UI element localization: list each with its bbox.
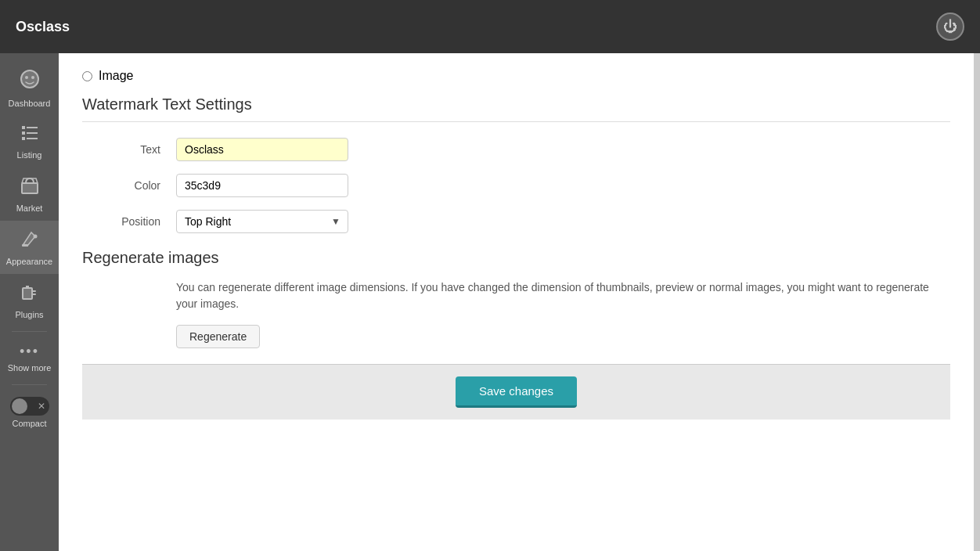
svg-rect-11: [22, 244, 28, 247]
sidebar-divider: [12, 331, 47, 332]
text-form-row: Text: [82, 138, 950, 161]
sidebar-item-compact[interactable]: ✕ Compact: [0, 389, 59, 436]
content-area: Image Watermark Text Settings Text Color…: [59, 53, 974, 551]
svg-rect-3: [22, 126, 25, 129]
color-input[interactable]: [176, 174, 348, 197]
compact-toggle-knob: [12, 398, 27, 414]
compact-label: Compact: [12, 419, 46, 428]
svg-point-1: [25, 76, 28, 79]
sidebar-divider-2: [12, 384, 47, 385]
dashboard-label: Dashboard: [9, 99, 51, 108]
main-layout: Dashboard Listing: [0, 53, 980, 551]
svg-rect-13: [26, 286, 29, 289]
regen-description: You can regenerate different image dimen…: [82, 279, 950, 312]
svg-rect-6: [27, 132, 38, 134]
watermark-section-title: Watermark Text Settings: [82, 95, 950, 122]
svg-point-10: [33, 235, 37, 239]
regen-section: Regenerate images You can regenerate dif…: [82, 249, 950, 348]
appearance-icon: [20, 229, 40, 254]
image-radio-row: Image: [82, 69, 950, 83]
sidebar-item-show-more[interactable]: ••• Show more: [0, 336, 59, 380]
svg-rect-4: [27, 127, 38, 128]
top-bar: Osclass ⏻: [0, 0, 980, 53]
market-label: Market: [16, 203, 43, 213]
position-form-row: Position Top Left Top Right Bottom Left …: [82, 210, 950, 233]
app-title: Osclass: [16, 19, 70, 35]
svg-rect-9: [22, 183, 38, 193]
regenerate-button[interactable]: Regenerate: [176, 325, 260, 348]
compact-toggle-x-icon: ✕: [38, 401, 45, 412]
sidebar-item-dashboard[interactable]: Dashboard: [0, 61, 59, 116]
svg-rect-5: [22, 131, 25, 135]
svg-point-2: [31, 76, 34, 79]
image-radio-label[interactable]: Image: [99, 69, 133, 83]
regen-title: Regenerate images: [82, 249, 950, 267]
text-input[interactable]: [176, 138, 348, 161]
svg-point-0: [21, 70, 38, 88]
show-more-icon: •••: [20, 344, 39, 360]
save-bar: Save changes: [82, 364, 950, 420]
dashboard-icon: [19, 69, 41, 95]
plugins-label: Plugins: [15, 310, 43, 319]
sidebar: Dashboard Listing: [0, 53, 59, 551]
position-select[interactable]: Top Left Top Right Bottom Left Bottom Ri…: [176, 210, 348, 233]
text-label: Text: [82, 143, 176, 156]
svg-rect-15: [32, 294, 36, 295]
appearance-label: Appearance: [6, 257, 52, 266]
market-icon: [20, 175, 40, 200]
svg-rect-14: [32, 290, 36, 292]
listing-label: Listing: [17, 150, 42, 160]
svg-rect-7: [22, 137, 25, 140]
listing-icon: [20, 124, 39, 147]
position-label: Position: [82, 215, 176, 228]
svg-rect-8: [27, 138, 38, 139]
power-button[interactable]: ⏻: [936, 13, 964, 41]
color-form-row: Color: [82, 174, 950, 197]
position-select-wrapper: Top Left Top Right Bottom Left Bottom Ri…: [176, 210, 348, 233]
color-label: Color: [82, 179, 176, 192]
sidebar-item-listing[interactable]: Listing: [0, 116, 59, 167]
compact-toggle[interactable]: ✕: [10, 397, 49, 416]
sidebar-item-appearance[interactable]: Appearance: [0, 221, 59, 274]
sidebar-item-plugins[interactable]: Plugins: [0, 274, 59, 327]
plugins-icon: [20, 282, 40, 307]
sidebar-item-market[interactable]: Market: [0, 167, 59, 221]
save-changes-button[interactable]: Save changes: [456, 376, 577, 408]
image-radio[interactable]: [82, 71, 92, 81]
show-more-label: Show more: [8, 363, 52, 373]
scrollbar-area: [974, 53, 980, 551]
svg-rect-12: [23, 288, 32, 299]
